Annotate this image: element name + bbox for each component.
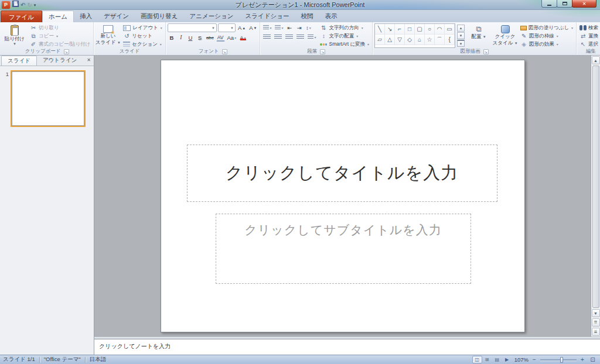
slide-sorter-icon[interactable]: ⊞ — [482, 356, 492, 363]
reset-button[interactable]: ↺リセット — [122, 32, 163, 40]
title-placeholder[interactable]: クリックしてタイトルを入力 — [187, 145, 497, 202]
tab-insert[interactable]: 挿入 — [74, 11, 98, 22]
replace-button[interactable]: ⇄置換▾ — [578, 32, 600, 40]
find-button[interactable]: 検索 — [578, 24, 600, 32]
star-shape-icon[interactable]: ☆ — [425, 35, 435, 45]
shape-effects-button[interactable]: ◈図形の効果▾ — [519, 40, 574, 48]
qat-customize-icon[interactable]: ▾ — [34, 1, 36, 9]
reading-view-icon[interactable]: ▤ — [492, 356, 502, 363]
justify-button[interactable] — [295, 33, 305, 41]
text-shadow-button[interactable]: S — [196, 33, 204, 42]
decrease-indent-button[interactable]: ⇤ — [286, 23, 294, 32]
tab-slides-pane[interactable]: スライド — [1, 56, 37, 66]
tab-transitions[interactable]: 画面切り替え — [135, 11, 184, 22]
increase-indent-button[interactable]: ⇥ — [295, 23, 304, 32]
maximize-button[interactable] — [557, 0, 572, 8]
align-text-button[interactable]: ↕文字の配置▾ — [319, 32, 370, 40]
format-painter-button[interactable]: ✐書式のコピー/貼り付け — [29, 40, 91, 48]
previous-slide-icon[interactable]: ⇈ — [592, 318, 600, 327]
tab-design[interactable]: デザイン — [98, 11, 135, 22]
home-shape-icon[interactable]: ⌂ — [415, 35, 425, 45]
arrow-shape-icon[interactable]: ↘ — [385, 24, 395, 35]
zoom-slider[interactable] — [540, 356, 577, 363]
cut-button[interactable]: ✂切り取り — [29, 24, 91, 32]
shape-fill-button[interactable]: 図形の塗りつぶし▾ — [519, 24, 574, 32]
zoom-out-icon[interactable]: − — [531, 356, 538, 363]
underline-button[interactable]: U — [186, 33, 195, 42]
align-left-button[interactable] — [262, 33, 272, 41]
scroll-down-icon[interactable]: ▼ — [592, 309, 600, 317]
next-slide-icon[interactable]: ⇊ — [592, 328, 600, 336]
repeat-icon[interactable]: ↻ — [27, 1, 32, 9]
tab-file[interactable]: ファイル — [1, 11, 42, 22]
zoom-level[interactable]: 107% — [514, 356, 529, 363]
normal-view-icon[interactable]: ◫ — [472, 356, 482, 363]
gallery-more-icon[interactable]: ▼ — [457, 40, 465, 47]
select-button[interactable]: ↖選択▾ — [578, 40, 600, 48]
save-button[interactable] — [12, 1, 19, 9]
tab-view[interactable]: 表示 — [319, 11, 343, 22]
increase-font-size-button[interactable]: A▲ — [237, 24, 247, 32]
arc-shape-icon[interactable]: ◠ — [435, 24, 445, 35]
new-slide-button[interactable]: 新しい スライド ▼ — [96, 23, 120, 48]
zoom-slider-thumb[interactable] — [560, 357, 563, 363]
bullets-button[interactable]: ▾ — [262, 23, 272, 32]
numbering-button[interactable]: ▾ — [274, 23, 284, 32]
minimize-button[interactable] — [541, 0, 557, 8]
slide-show-icon[interactable]: ▶ — [502, 356, 512, 363]
paste-button[interactable]: 貼り付け ▼ — [2, 23, 27, 48]
notes-pane[interactable]: クリックしてノートを入力 — [94, 339, 600, 355]
quick-styles-button[interactable]: クイック スタイル ▼ — [493, 23, 517, 48]
oval-shape-icon[interactable]: ○ — [425, 24, 435, 35]
smartart-convert-button[interactable]: SmartArt に変換▾ — [319, 40, 370, 48]
slide-thumbnail[interactable] — [11, 70, 86, 127]
undo-icon[interactable]: ↶ — [21, 1, 25, 9]
text-direction-button[interactable]: ⇅文字列の方向▾ — [319, 24, 370, 32]
text-box-shape-icon[interactable]: ▭ — [445, 24, 455, 35]
align-center-button[interactable] — [273, 33, 283, 41]
subtitle-placeholder[interactable]: クリックしてサブタイトルを入力 — [216, 214, 471, 284]
language-indicator[interactable]: 日本語 — [90, 356, 107, 363]
scrollbar-thumb[interactable] — [592, 66, 599, 308]
gallery-down-icon[interactable]: ▼ — [457, 32, 465, 39]
close-pane-icon[interactable]: ✕ — [87, 57, 91, 63]
paragraph-dialog-launcher[interactable]: ↘ — [320, 49, 325, 54]
brace-shape-icon[interactable]: { — [445, 35, 455, 45]
layout-button[interactable]: レイアウト▾ — [122, 24, 163, 32]
powerpoint-app-icon[interactable]: P — [2, 1, 10, 9]
columns-button[interactable]: ▾ — [306, 33, 317, 41]
triangle-shape-icon[interactable]: △ — [385, 35, 395, 45]
paste-dropdown-icon[interactable]: ▼ — [13, 43, 16, 46]
elbow-connector-shape-icon[interactable]: ⌐ — [395, 24, 405, 35]
diamond-shape-icon[interactable]: ◇ — [405, 35, 415, 45]
font-size-combobox[interactable]: ▼ — [218, 23, 236, 32]
tab-home[interactable]: ホーム — [42, 11, 74, 22]
parallelogram-shape-icon[interactable]: ▱ — [375, 35, 385, 45]
shape-outline-button[interactable]: ✎図形の枠線▾ — [519, 32, 574, 40]
curve-shape-icon[interactable]: ⌒ — [435, 35, 445, 45]
rounded-rectangle-shape-icon[interactable]: ▢ — [415, 24, 425, 35]
strikethrough-button[interactable]: abc — [205, 33, 215, 42]
rectangle-shape-icon[interactable]: □ — [405, 24, 415, 35]
theme-name[interactable]: "Office テーマ" — [44, 356, 81, 363]
close-button[interactable]: ✕ — [572, 0, 596, 8]
line-spacing-button[interactable]: ↕▾ — [305, 23, 313, 32]
line-shape-icon[interactable]: ╲ — [375, 24, 385, 35]
tab-outline-pane[interactable]: アウトライン — [37, 56, 83, 66]
font-color-button[interactable]: A▾ — [238, 33, 247, 42]
italic-button[interactable]: I — [177, 33, 185, 42]
gallery-up-icon[interactable]: ▲ — [457, 25, 465, 32]
bold-button[interactable]: B — [168, 33, 176, 42]
down-triangle-shape-icon[interactable]: ▽ — [395, 35, 405, 45]
zoom-in-icon[interactable]: + — [579, 356, 586, 363]
slide-canvas[interactable]: クリックしてタイトルを入力 クリックしてサブタイトルを入力 — [161, 60, 525, 332]
tab-review[interactable]: 校閲 — [295, 11, 319, 22]
character-spacing-button[interactable]: AV — [216, 33, 225, 42]
drawing-dialog-launcher[interactable]: ↘ — [483, 49, 489, 54]
vertical-scrollbar[interactable]: ▲ ▼ ⇈ ⇊ — [591, 56, 600, 336]
copy-button[interactable]: ⧉コピー▾ — [29, 32, 91, 40]
font-dialog-launcher[interactable]: ↘ — [222, 49, 227, 54]
fit-to-window-icon[interactable]: ⊡ — [588, 356, 597, 363]
clipboard-dialog-launcher[interactable]: ↘ — [64, 49, 69, 54]
tab-slideshow[interactable]: スライドショー — [239, 11, 295, 22]
